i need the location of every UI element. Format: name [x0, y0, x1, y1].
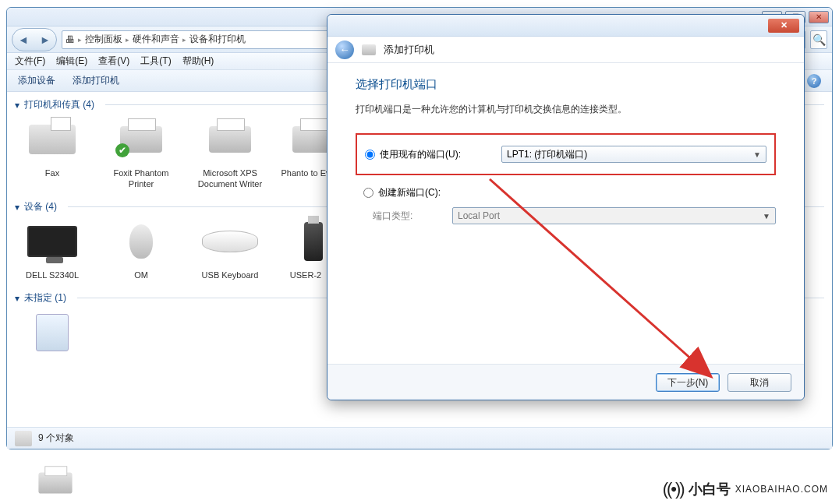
device-label: Fax	[12, 167, 93, 178]
watermark-brand: ((•)) 小白号 XIAOBAIHAO.COM	[663, 479, 828, 499]
back-icon: ◄	[18, 33, 29, 46]
dialog-nav: ← 添加打印机	[327, 37, 804, 63]
device-label: USB Keyboard	[189, 270, 271, 280]
device-label: DELL S2340L	[12, 270, 93, 280]
menu-tools[interactable]: 工具(T)	[140, 55, 171, 68]
brand-zh: 小白号	[689, 480, 731, 499]
port-type-label: 端口类型:	[373, 210, 427, 223]
printer-icon	[38, 472, 72, 493]
search-icon: 🔍	[812, 33, 826, 46]
radio-create-new-port[interactable]	[363, 188, 373, 198]
highlighted-option-box: 使用现有的端口(U): LPT1: (打印机端口) ▼	[356, 133, 776, 175]
collapse-icon: ▾	[15, 100, 19, 111]
monitor-icon	[27, 226, 77, 257]
window-close-button[interactable]: ✕	[809, 11, 829, 23]
mouse-icon	[129, 224, 153, 259]
menu-file[interactable]: 文件(F)	[15, 55, 45, 68]
menu-edit[interactable]: 编辑(E)	[56, 55, 87, 68]
default-check-icon: ✔	[115, 143, 129, 157]
radio-use-existing-port[interactable]	[365, 150, 375, 160]
group-label: 设备 (4)	[24, 200, 57, 213]
device-label: Foxit Phantom Printer	[101, 167, 182, 189]
radio-label: 创建新端口(C):	[378, 186, 441, 199]
device-item-monitor[interactable]: DELL S2340L	[12, 217, 93, 280]
breadcrumb-item[interactable]: 控制面板	[85, 33, 122, 46]
menu-view[interactable]: 查看(V)	[98, 55, 129, 68]
menu-help[interactable]: 帮助(H)	[182, 55, 214, 68]
breadcrumb-sep-icon: ▸	[126, 36, 129, 44]
help-icon[interactable]: ?	[807, 74, 821, 88]
dropdown-value: Local Port	[458, 210, 500, 221]
taskbar-printer-icon	[34, 470, 69, 498]
device-item-xps[interactable]: Microsoft XPS Document Writer	[189, 115, 271, 189]
cancel-button[interactable]: 取消	[727, 373, 791, 392]
dialog-subtitle: 打印机端口是一种允许您的计算机与打印机交换信息的连接类型。	[356, 103, 776, 116]
brand-en: XIAOBAIHAO.COM	[735, 484, 828, 495]
device-item-phantom[interactable]: Phanto to Ev	[278, 115, 333, 189]
printer-icon	[362, 44, 376, 55]
device-label: OM	[101, 270, 182, 280]
device-item-mouse[interactable]: OM	[101, 217, 182, 280]
radio-label: 使用现有的端口(U):	[380, 148, 497, 161]
dialog-nav-title: 添加打印机	[384, 43, 434, 57]
dropdown-value: LPT1: (打印机端口)	[507, 148, 587, 161]
antenna-icon: ((•))	[663, 479, 684, 499]
group-label: 打印机和传真 (4)	[24, 98, 94, 111]
breadcrumb-sep-icon: ▸	[182, 36, 186, 44]
chevron-down-icon: ▼	[753, 150, 761, 159]
device-label: Microsoft XPS Document Writer	[189, 167, 271, 189]
add-device-button[interactable]: 添加设备	[18, 74, 55, 87]
device-label: Phanto to Ev	[278, 167, 333, 178]
add-printer-dialog: ✕ ← 添加打印机 选择打印机端口 打印机端口是一种允许您的计算机与打印机交换信…	[327, 14, 805, 400]
statusbar-icon	[15, 431, 32, 446]
breadcrumb-item[interactable]: 设备和打印机	[189, 33, 246, 46]
dialog-body: 选择打印机端口 打印机端口是一种允许您的计算机与打印机交换信息的连接类型。 使用…	[327, 63, 804, 364]
port-type-dropdown: Local Port ▼	[452, 207, 776, 224]
collapse-icon: ▾	[15, 293, 19, 304]
collapse-icon: ▾	[15, 202, 19, 213]
device-item-fax[interactable]: Fax	[12, 115, 93, 189]
fax-icon	[29, 125, 76, 154]
device-item-usb[interactable]: USER-2	[278, 217, 333, 280]
dialog-footer: 下一步(N) 取消	[327, 364, 804, 400]
dialog-heading: 选择打印机端口	[356, 77, 776, 92]
add-printer-button[interactable]: 添加打印机	[73, 74, 119, 87]
usb-stick-icon	[304, 222, 323, 261]
forward-icon: ►	[40, 33, 51, 46]
search-button[interactable]: 🔍	[810, 30, 827, 49]
breadcrumb-item[interactable]: 硬件和声音	[133, 33, 179, 46]
group-label: 未指定 (1)	[24, 291, 66, 305]
chevron-down-icon: ▼	[763, 212, 770, 220]
status-count: 9 个对象	[38, 432, 74, 445]
device-item-keyboard[interactable]: USB Keyboard	[189, 217, 271, 280]
printer-icon	[209, 126, 251, 153]
dialog-titlebar: ✕	[327, 15, 804, 37]
printer-icon: ✔	[120, 126, 162, 153]
device-box-icon	[36, 314, 69, 351]
existing-port-dropdown[interactable]: LPT1: (打印机端口) ▼	[501, 146, 766, 163]
nav-back-forward[interactable]: ◄ ►	[12, 28, 57, 51]
dialog-close-button[interactable]: ✕	[768, 19, 799, 33]
device-item-foxit[interactable]: ✔ Foxit Phantom Printer	[101, 115, 182, 189]
keyboard-icon	[202, 231, 258, 252]
next-button[interactable]: 下一步(N)	[656, 373, 720, 392]
breadcrumb-sep-icon: ▸	[78, 36, 82, 44]
device-item-unknown[interactable]	[12, 308, 93, 361]
status-bar: 9 个对象	[7, 427, 832, 449]
device-label: USER-2	[278, 270, 333, 280]
dialog-back-button[interactable]: ←	[335, 41, 354, 59]
location-icon: 🖶	[65, 34, 75, 45]
